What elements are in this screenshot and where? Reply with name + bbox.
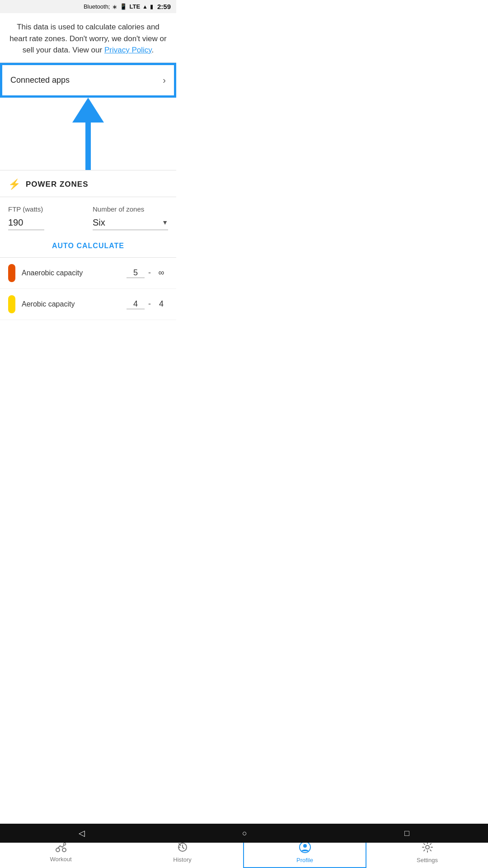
dropdown-arrow-icon: ▼ (162, 219, 168, 226)
zone-start-aerobic[interactable] (127, 299, 145, 309)
zone-name-anaerobic: Anaerobic capacity (22, 269, 120, 277)
privacy-policy-link[interactable]: Privacy Policy (104, 46, 152, 54)
zone-range-anaerobic: - ∞ (127, 268, 168, 278)
zone-color-anaerobic (8, 264, 15, 282)
svg-marker-1 (72, 98, 104, 123)
zone-start-anaerobic[interactable] (127, 268, 145, 278)
zone-end-aerobic: 4 (155, 299, 168, 309)
bluetooth-icon: Bluetooth; (84, 3, 110, 10)
vibrate-icon: 📱 (120, 3, 127, 10)
battery-icon: ▮ (150, 3, 153, 10)
ftp-label: FTP (watts) (8, 205, 84, 213)
status-icons: Bluetooth; ∗ 📱 LTE ▲ ▮ 2:59 (84, 3, 171, 10)
svg-rect-0 (85, 120, 91, 170)
connected-apps-chevron: › (163, 75, 166, 85)
ftp-zones-row: FTP (watts) 190 Number of zones Six ▼ (0, 197, 176, 235)
zone-dash-anaerobic: - (148, 268, 151, 278)
connected-apps-label: Connected apps (10, 75, 70, 85)
zone-row-anaerobic: Anaerobic capacity - ∞ (0, 258, 176, 289)
zone-name-aerobic: Aerobic capacity (22, 300, 120, 308)
power-zones-title: POWER ZONES (26, 180, 89, 189)
zone-dash-aerobic: - (148, 299, 151, 309)
zone-end-anaerobic: ∞ (155, 268, 168, 278)
lte-label: LTE (129, 3, 140, 10)
zones-label: Number of zones (93, 205, 168, 213)
bolt-icon: ⚡ (8, 179, 20, 190)
zone-color-aerobic (8, 295, 15, 313)
zones-dropdown[interactable]: Six ▼ (93, 217, 168, 230)
connected-apps-row[interactable]: Connected apps › (1, 64, 175, 96)
time-display: 2:59 (157, 3, 171, 10)
bluetooth-icon: ∗ (112, 3, 117, 10)
zones-value: Six (93, 217, 105, 228)
zones-column: Number of zones Six ▼ (93, 205, 168, 230)
signal-icon: ▲ (142, 4, 148, 10)
connected-apps-highlight: Connected apps › (0, 63, 176, 98)
status-bar: Bluetooth; ∗ 📱 LTE ▲ ▮ 2:59 (0, 0, 176, 13)
privacy-notice: This data is used to calculate calories … (0, 13, 176, 63)
zones-list: Anaerobic capacity - ∞ Aerobic capacity … (0, 258, 176, 325)
zone-range-aerobic: - 4 (127, 299, 168, 309)
ftp-value[interactable]: 190 (8, 217, 44, 230)
page-content: This data is used to calculate calories … (0, 13, 176, 379)
power-zones-header: ⚡ POWER ZONES (0, 170, 176, 197)
auto-calculate-button[interactable]: AUTO CALCULATE (0, 235, 176, 258)
annotation-arrow (70, 98, 106, 170)
ftp-column: FTP (watts) 190 (8, 205, 84, 230)
zone-row-aerobic: Aerobic capacity - 4 (0, 289, 176, 320)
privacy-suffix: . (151, 46, 154, 54)
